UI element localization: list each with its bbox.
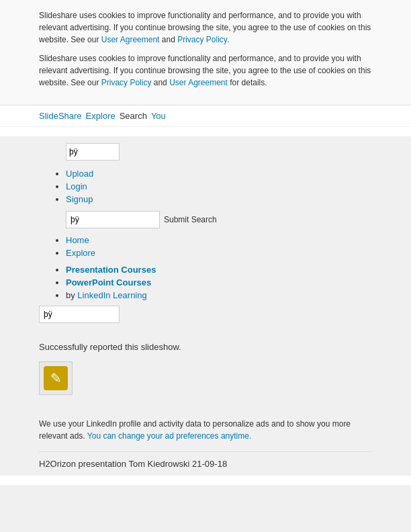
bottom-search-container <box>39 306 372 332</box>
user-agreement-link-2[interactable]: User Agreement <box>169 78 228 87</box>
explore-link[interactable]: Explore <box>66 248 95 258</box>
cookie-banner-1: Slideshare uses cookies to improve funct… <box>0 0 411 105</box>
presentation-title: H2Orizon presentation Tom Kiedrowski 21-… <box>39 459 372 469</box>
search-box-top[interactable] <box>66 143 120 161</box>
linkedin-learning-item: by LinkedIn Learning <box>66 290 372 300</box>
search-row: Submit Search <box>39 211 372 228</box>
page-wrapper: Slideshare uses cookies to improve funct… <box>0 0 411 485</box>
search-box-bottom[interactable] <box>39 306 120 323</box>
edit-icon <box>44 366 68 390</box>
section-divider <box>39 451 372 452</box>
user-agreement-link-1[interactable]: User Agreement <box>101 35 160 44</box>
linkedin-learning-link[interactable]: LinkedIn Learning <box>77 290 146 300</box>
upload-link[interactable]: Upload <box>66 169 93 179</box>
home-link[interactable]: Home <box>66 235 89 245</box>
submit-search-button[interactable]: Submit Search <box>164 215 217 224</box>
login-link[interactable]: Login <box>66 181 87 191</box>
home-explore-list: Home Explore <box>39 235 372 258</box>
search-nav-label: Search <box>120 111 147 121</box>
presentation-courses-link[interactable]: Presentation Courses <box>66 265 156 275</box>
courses-section: Presentation Courses PowerPoint Courses … <box>52 265 372 300</box>
success-message: Successfully reported this slideshow. <box>39 342 372 352</box>
powerpoint-courses-link[interactable]: PowerPoint Courses <box>66 277 151 287</box>
spacer <box>39 404 372 418</box>
nav-actions-list: Upload Login Signup <box>39 169 372 204</box>
content-area: Upload Login Signup Submit Search Home E… <box>0 136 411 476</box>
main-content: Upload Login Signup Submit Search Home E… <box>0 127 411 485</box>
signup-link[interactable]: Signup <box>66 194 93 204</box>
explore-nav-link[interactable]: Explore <box>86 111 116 121</box>
courses-list: Presentation Courses PowerPoint Courses … <box>52 265 372 300</box>
ad-preferences-link[interactable]: You can change your ad preferences anyti… <box>87 431 251 441</box>
nav-bar: SlideShare Explore Search You <box>0 105 411 127</box>
you-nav-link[interactable]: You <box>151 111 166 121</box>
privacy-policy-link-1[interactable]: Privacy Policy <box>177 35 227 44</box>
cookie-text-1: Slideshare uses cookies to improve funct… <box>39 9 372 46</box>
slideshare-logo-link[interactable]: SlideShare <box>39 111 82 121</box>
search-input[interactable] <box>66 211 160 228</box>
privacy-policy-link-2[interactable]: Privacy Policy <box>101 78 152 87</box>
icon-container <box>39 361 73 395</box>
linkedin-notice: We use your LinkedIn profile and activit… <box>39 418 372 442</box>
cookie-text-2: Slideshare uses cookies to improve funct… <box>39 52 372 89</box>
